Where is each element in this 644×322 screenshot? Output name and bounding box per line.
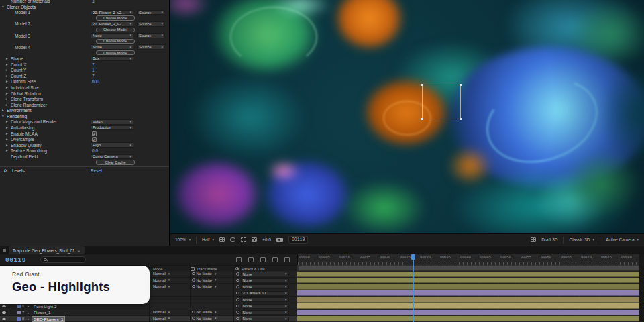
work-area-bar[interactable] [297, 265, 644, 271]
search-input[interactable] [40, 256, 86, 263]
track-row[interactable] [297, 309, 639, 316]
model-dropdown[interactable]: None▾ [91, 33, 133, 38]
frame-blending-icon[interactable] [272, 257, 278, 262]
parent-dropdown[interactable]: None▾ [236, 297, 294, 302]
magnification-dropdown[interactable]: 100%▾ [175, 237, 191, 242]
layer-color-swatch[interactable] [17, 305, 21, 308]
track-row[interactable] [297, 290, 639, 297]
twirl-right-icon[interactable]: ▸ [6, 143, 8, 147]
track-matte-dropdown[interactable]: No Matte▾ [192, 310, 231, 314]
visibility-eye-icon[interactable] [2, 311, 6, 314]
track-row[interactable] [297, 278, 639, 284]
color-maps-dropdown[interactable]: Video▾ [91, 119, 133, 125]
tab-menu-icon[interactable]: ≡ [78, 248, 80, 253]
parent-dropdown[interactable]: None▾ [236, 272, 294, 276]
blend-mode-dropdown[interactable]: Normal▾ [153, 278, 188, 282]
property-value[interactable]: 3 [92, 0, 95, 3]
layer-color-swatch[interactable] [17, 317, 21, 321]
region-of-interest-icon[interactable] [241, 237, 246, 242]
blend-mode-dropdown[interactable]: Normal▾ [153, 272, 188, 276]
fast-previews-icon[interactable] [531, 237, 536, 242]
layer-name[interactable]: Point Light 2 [32, 304, 58, 309]
composition-tab[interactable]: Trapcode Geo_Flowers_Shot_01 ≡ [9, 246, 85, 254]
group-row-rendering[interactable]: ▾ Rendering [0, 113, 169, 119]
shape-dropdown[interactable]: Box▾ [91, 56, 133, 62]
parent-dropdown[interactable]: None▾ [236, 284, 294, 289]
layer-duration-bar[interactable] [297, 297, 639, 303]
track-area[interactable] [297, 271, 639, 322]
twirl-right-icon[interactable]: ▸ [6, 131, 8, 136]
selection-handle[interactable] [460, 84, 462, 86]
transparency-grid-icon[interactable] [252, 237, 257, 242]
time-ruler[interactable]: 00000 00005 00010 00015 00020 00025 0003… [297, 254, 644, 265]
twirl-right-icon[interactable]: ▸ [6, 74, 8, 78]
property-value[interactable]: 7 [92, 74, 95, 78]
layer-duration-bar[interactable] [297, 310, 639, 315]
source-dropdown[interactable]: Source▾ [137, 21, 165, 27]
track-row[interactable] [297, 303, 639, 310]
selection-handle[interactable] [421, 118, 423, 120]
parent-dropdown[interactable]: None▾ [236, 317, 294, 321]
twirl-right-icon[interactable]: ▸ [28, 304, 30, 308]
layer-duration-bar[interactable] [297, 272, 639, 277]
layer-duration-bar[interactable] [297, 316, 639, 321]
mode-column-header[interactable]: Mode [153, 267, 163, 271]
playhead[interactable] [413, 254, 414, 322]
composition-flowchart-icon[interactable] [236, 257, 241, 262]
shy-layers-icon[interactable] [260, 257, 266, 262]
group-row-clone-randomizer[interactable]: ▸ Clone Randomizer [0, 102, 169, 108]
enable-mlaa-checkbox[interactable]: ✓ [92, 131, 97, 136]
composition-viewport[interactable] [170, 0, 644, 233]
fast-previews-dropdown[interactable]: Draft 3D [541, 237, 557, 242]
current-frame-field[interactable]: 00119 [288, 236, 309, 244]
renderer-dropdown[interactable]: Classic 3D▾ [569, 237, 594, 242]
twirl-right-icon[interactable]: ▸ [6, 56, 8, 60]
blend-mode-dropdown[interactable]: Normal▾ [153, 317, 188, 321]
twirl-right-icon[interactable]: ▸ [6, 68, 8, 72]
source-dropdown[interactable]: Source▾ [137, 44, 165, 50]
source-dropdown[interactable]: Source▾ [137, 10, 165, 15]
twirl-down-icon[interactable]: ▾ [2, 5, 4, 9]
choose-model-button[interactable]: Choose Model [96, 15, 135, 20]
visibility-eye-icon[interactable] [2, 305, 6, 308]
track-matte-dropdown[interactable]: No Matte▾ [192, 272, 231, 276]
selection-handle[interactable] [460, 118, 462, 120]
panel-menu-icon[interactable] [3, 249, 6, 252]
group-row-individual-size[interactable]: ▸ Individual Size [0, 85, 169, 91]
parent-dropdown[interactable]: 3. Camera 1 C▾ [236, 291, 294, 296]
layer-name[interactable]: GEO-Flowers_1 [32, 317, 64, 321]
shadow-quality-dropdown[interactable]: High▾ [91, 142, 133, 148]
model-dropdown[interactable]: None▾ [91, 44, 133, 50]
effect-row-levels[interactable]: fx Levels Reset [0, 168, 169, 174]
parent-dropdown[interactable]: None▾ [236, 310, 294, 315]
layer-duration-bar[interactable] [297, 303, 639, 309]
parent-dropdown[interactable]: None▾ [236, 304, 294, 309]
property-value[interactable]: 7 [92, 62, 95, 67]
twirl-right-icon[interactable]: ▸ [6, 125, 8, 129]
choose-model-button[interactable]: Choose Model [96, 39, 135, 44]
choose-model-button[interactable]: Choose Model [96, 50, 135, 55]
track-matte-dropdown[interactable]: No Matte▾ [192, 278, 231, 282]
blend-mode-dropdown[interactable]: Normal▾ [153, 284, 188, 288]
parent-dropdown[interactable]: None▾ [236, 278, 294, 283]
track-matte-dropdown[interactable]: No Matte▾ [192, 317, 231, 321]
twirl-right-icon[interactable]: ▸ [6, 103, 8, 107]
track-matte-dropdown[interactable]: No Matte▾ [192, 284, 231, 288]
track-row[interactable] [297, 284, 639, 290]
motion-blur-icon[interactable] [284, 257, 290, 262]
twirl-right-icon[interactable]: ▸ [28, 317, 30, 321]
layer-name[interactable]: Flower_1 [32, 310, 52, 315]
track-matte-column-header[interactable]: Track Matte [197, 267, 217, 271]
property-value[interactable]: 0.0 [92, 148, 98, 153]
twirl-right-icon[interactable]: ▸ [6, 119, 8, 123]
layer-duration-bar[interactable] [297, 278, 639, 283]
group-row-global-rotation[interactable]: ▸ Global Rotation [0, 91, 169, 97]
blend-mode-dropdown[interactable]: Normal▾ [153, 310, 188, 314]
layer-selection-box[interactable] [422, 85, 461, 119]
model-dropdown[interactable]: 21. Flower_3_v2...▾ [91, 21, 133, 27]
parent-link-column-header[interactable]: Parent & Link [241, 267, 265, 271]
layer-duration-bar[interactable] [297, 284, 639, 290]
depth-of-field-dropdown[interactable]: Comp Camera▾ [91, 154, 133, 160]
layer-duration-bar[interactable] [297, 290, 639, 296]
twirl-right-icon[interactable]: ▸ [6, 91, 8, 95]
